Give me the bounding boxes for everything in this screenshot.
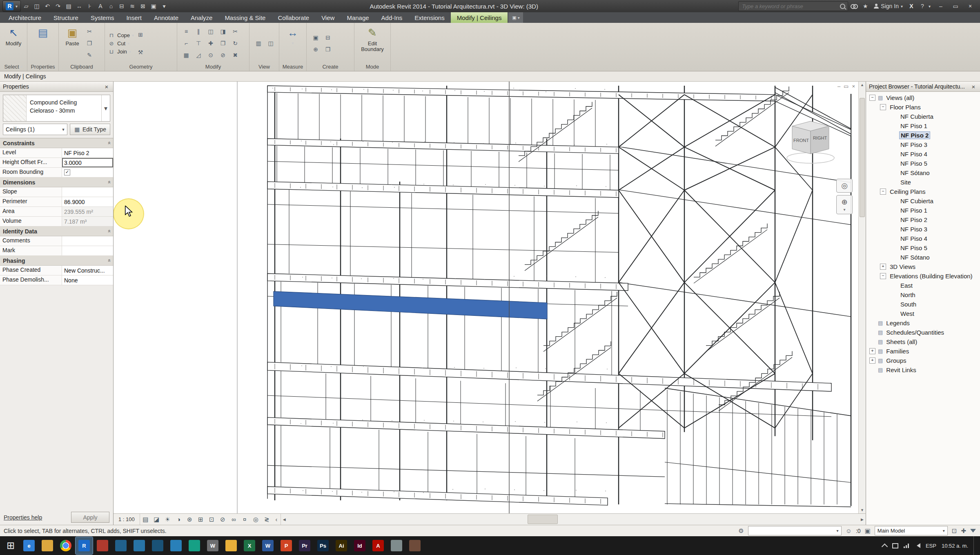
move-icon[interactable]: ✚: [206, 39, 215, 48]
language-indicator[interactable]: ESP: [926, 543, 936, 549]
default-3d-view-icon[interactable]: ⌂: [106, 1, 116, 11]
create-assembly-icon[interactable]: ▣: [311, 33, 320, 42]
lock-3d-view-icon[interactable]: ⊘: [217, 514, 228, 525]
horizontal-scroll-thumb[interactable]: [528, 515, 558, 524]
exchange-apps-icon[interactable]: X: [906, 1, 916, 11]
collapse-icon[interactable]: −: [869, 95, 875, 101]
tree-item-nf-piso-2[interactable]: NF Piso 2: [866, 131, 980, 140]
tree-item-south[interactable]: South: [866, 300, 980, 309]
taskbar-app-21[interactable]: [388, 537, 405, 554]
cope-button[interactable]: ⊓Cope▾: [108, 32, 134, 38]
sign-in-button[interactable]: Sign In ▾: [871, 3, 905, 9]
taskbar-revit[interactable]: R: [76, 537, 93, 554]
create-parts-icon[interactable]: ⊟: [323, 33, 332, 42]
tab-add-ins[interactable]: Add-Ins: [375, 12, 409, 23]
panel-label-geometry[interactable]: Geometry: [105, 62, 177, 71]
apply-button[interactable]: Apply: [71, 512, 109, 523]
project-browser-header[interactable]: Project Browser - Tutorial Arquitectu...…: [866, 82, 980, 92]
taskbar-app-7[interactable]: [131, 537, 148, 554]
taskbar-app-6[interactable]: [112, 537, 129, 554]
temporary-hide-isolate-icon[interactable]: ∞: [228, 514, 239, 525]
favorites-icon[interactable]: ★: [860, 1, 870, 11]
type-selector[interactable]: Compound Ceiling Cieloraso - 30mm ▾: [3, 95, 110, 122]
tab-collaborate[interactable]: Collaborate: [272, 12, 315, 23]
tree-item-nf-piso-1[interactable]: NF Piso 1: [866, 121, 980, 131]
viewcube-right-face[interactable]: RIGHT: [813, 135, 827, 140]
tab-extensions[interactable]: Extensions: [408, 12, 450, 23]
redo-icon[interactable]: ↷: [53, 1, 63, 11]
group-collapse-icon[interactable]: »: [106, 181, 112, 184]
app-menu-button[interactable]: R▾: [2, 0, 21, 12]
expand-icon[interactable]: +: [880, 264, 886, 270]
property-value-room-bounding[interactable]: ✓: [62, 168, 113, 177]
properties-close-icon[interactable]: ×: [103, 83, 110, 90]
collapse-icon[interactable]: −: [880, 104, 886, 110]
tree-item-west[interactable]: West: [866, 309, 980, 318]
hidden-icons-chevron-icon[interactable]: [882, 543, 888, 550]
taskbar-photoshop[interactable]: Ps: [314, 537, 332, 554]
viewcube[interactable]: FRONT RIGHT: [785, 117, 846, 169]
group-header-constraints[interactable]: Constraints»: [0, 138, 113, 148]
taskbar-acrobat[interactable]: A: [370, 537, 387, 554]
tree-item-nf-piso-5[interactable]: NF Piso 5: [866, 159, 980, 168]
tree-item-nf-piso-4[interactable]: NF Piso 4: [866, 149, 980, 159]
scroll-up-icon[interactable]: ▲: [859, 82, 866, 88]
aligned-dimension-icon[interactable]: ⊦: [85, 1, 95, 11]
expand-icon[interactable]: +: [869, 348, 875, 354]
property-value-volume[interactable]: 7.187 m³: [62, 217, 113, 226]
tree-item-revit-links[interactable]: ▤Revit Links: [866, 365, 980, 375]
zoom-tool-icon[interactable]: ⊕▾: [836, 195, 853, 214]
unpin-icon[interactable]: ⊘: [218, 51, 227, 60]
text-icon[interactable]: A: [95, 1, 106, 11]
property-value-phase-demolish[interactable]: None: [62, 275, 113, 285]
mirror-draw-axis-icon[interactable]: ◨: [218, 27, 227, 36]
vertical-scrollbar[interactable]: ▲ ▼: [858, 82, 866, 513]
properties-button[interactable]: ▤: [31, 25, 55, 62]
taskbar-app-11[interactable]: W: [204, 537, 221, 554]
taskbar-word[interactable]: W: [259, 537, 276, 554]
trim-extend-single-icon[interactable]: ⊤: [194, 39, 203, 48]
room-bounding-checkbox[interactable]: ✓: [64, 169, 70, 175]
panel-label-clipboard[interactable]: Clipboard: [59, 62, 105, 71]
offset-icon[interactable]: ∥: [194, 27, 203, 36]
help-caret-icon[interactable]: ▾: [929, 4, 931, 9]
type-selector-caret-icon[interactable]: ▾: [101, 95, 110, 121]
open-icon[interactable]: ▱: [21, 1, 31, 11]
paste-button[interactable]: ▣ Paste: [62, 25, 83, 62]
minimize-button[interactable]: –: [933, 1, 948, 11]
tab-insert[interactable]: Insert: [120, 12, 148, 23]
communication-center-icon[interactable]: [849, 1, 859, 11]
property-value-area[interactable]: 239.555 m²: [62, 207, 113, 216]
rotate-icon[interactable]: ↻: [231, 39, 240, 48]
delete-icon[interactable]: ✖: [231, 51, 240, 60]
analytical-model-icon[interactable]: ≷: [261, 514, 272, 525]
thin-lines-icon[interactable]: ≋: [127, 1, 138, 11]
split-element-icon[interactable]: ✂: [231, 27, 240, 36]
tree-item-nf-piso-2[interactable]: NF Piso 2: [866, 215, 980, 224]
tree-item-nf-piso-3[interactable]: NF Piso 3: [866, 140, 980, 149]
property-value-level[interactable]: NF Piso 2: [62, 148, 113, 158]
cut-button[interactable]: ⊘Cut▾: [108, 40, 134, 47]
view-close-icon[interactable]: ×: [852, 83, 855, 89]
steering-wheel-icon[interactable]: ◎: [836, 179, 853, 193]
group-collapse-icon[interactable]: »: [106, 259, 112, 262]
tab-architecture[interactable]: Architecture: [2, 12, 47, 23]
customize-qat-icon[interactable]: ▾: [159, 1, 169, 11]
detail-level-icon[interactable]: ▤: [140, 514, 151, 525]
view-icon-2[interactable]: ◫: [266, 39, 275, 48]
print-icon[interactable]: ▤: [63, 1, 74, 11]
hscroll-left-icon[interactable]: ◀: [281, 517, 288, 522]
tree-item-nf-s-tano[interactable]: NF Sótano: [866, 253, 980, 262]
taskbar-app-22[interactable]: [406, 537, 423, 554]
tree-item-nf-piso-4[interactable]: NF Piso 4: [866, 234, 980, 243]
properties-help-link[interactable]: Properties help: [4, 514, 42, 521]
properties-header[interactable]: Properties ×: [0, 82, 113, 92]
copy-icon[interactable]: ❐: [218, 39, 227, 48]
tree-item-nf-piso-3[interactable]: NF Piso 3: [866, 224, 980, 234]
collapse-icon[interactable]: −: [880, 189, 886, 195]
wall-joins-icon[interactable]: ⊞: [136, 30, 145, 39]
property-value-comments[interactable]: [62, 236, 113, 246]
filter-icon[interactable]: [970, 529, 976, 533]
array-icon[interactable]: ▦: [182, 51, 191, 60]
group-header-dimensions[interactable]: Dimensions»: [0, 178, 113, 187]
